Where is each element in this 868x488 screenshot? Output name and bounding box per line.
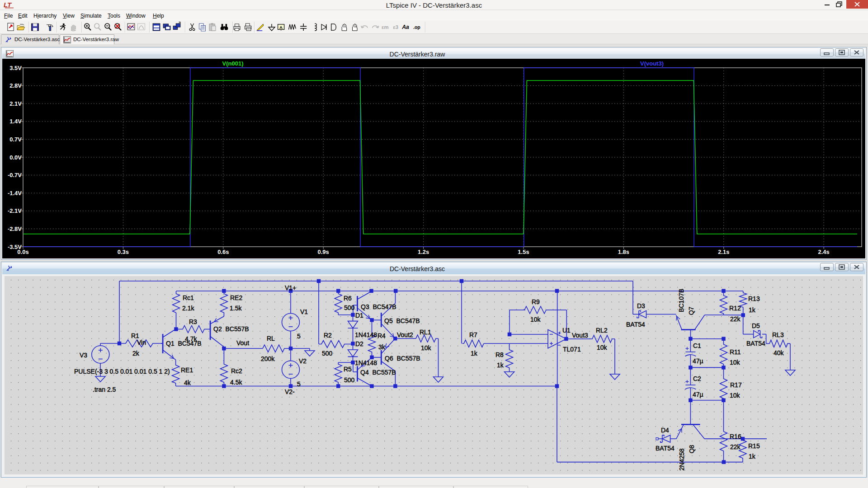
svg-text:V2: V2 bbox=[299, 357, 307, 365]
svg-text:500: 500 bbox=[322, 350, 333, 357]
svg-text:R2: R2 bbox=[324, 332, 332, 339]
svg-text:47µ: 47µ bbox=[693, 391, 703, 398]
svg-text:V3: V3 bbox=[80, 352, 87, 359]
svg-text:1.5k: 1.5k bbox=[230, 305, 242, 312]
svg-text:D4: D4 bbox=[661, 427, 669, 434]
svg-text:RL: RL bbox=[267, 335, 275, 342]
svg-text:2.1s: 2.1s bbox=[718, 249, 729, 255]
svg-text:1N4148: 1N4148 bbox=[355, 359, 377, 366]
svg-text:Q5 BC547B: Q5 BC547B bbox=[384, 317, 420, 324]
svg-text:4.5k: 4.5k bbox=[230, 379, 242, 386]
svg-text:47µ: 47µ bbox=[693, 357, 703, 365]
svg-text:R15: R15 bbox=[748, 442, 760, 450]
svg-text:-2.1V: -2.1V bbox=[8, 207, 22, 214]
svg-text:Q4 BC557B: Q4 BC557B bbox=[360, 369, 396, 376]
svg-text:1.4V: 1.4V bbox=[9, 118, 22, 125]
svg-text:U1: U1 bbox=[562, 327, 571, 334]
svg-text:Q7: Q7 bbox=[688, 306, 695, 315]
svg-text:3.5V: 3.5V bbox=[9, 65, 22, 71]
svg-text:2.8V: 2.8V bbox=[9, 82, 22, 89]
svg-text:R1: R1 bbox=[131, 332, 139, 339]
svg-text:2.1k: 2.1k bbox=[182, 305, 194, 312]
svg-text:R17: R17 bbox=[730, 381, 742, 389]
svg-text:Vin: Vin bbox=[137, 339, 146, 346]
svg-text:RE2: RE2 bbox=[230, 294, 242, 301]
svg-text:10k: 10k bbox=[421, 344, 432, 352]
svg-text:R4: R4 bbox=[377, 332, 386, 339]
svg-text:A: A bbox=[279, 25, 283, 30]
svg-text:3k: 3k bbox=[378, 343, 386, 351]
svg-text:1k: 1k bbox=[749, 453, 756, 460]
svg-text:Q2 BC557B: Q2 BC557B bbox=[213, 325, 249, 333]
svg-text:RE1: RE1 bbox=[181, 366, 193, 374]
svg-text:-1.4V: -1.4V bbox=[8, 190, 22, 197]
svg-text:D5: D5 bbox=[752, 322, 760, 329]
svg-text:C1: C1 bbox=[693, 342, 701, 349]
svg-text:0.3s: 0.3s bbox=[118, 249, 129, 255]
svg-text:PULSE(-3 3 0.5 0.01 0.01 0.5 1: PULSE(-3 3 0.5 0.01 0.01 0.5 1 2) bbox=[74, 368, 170, 375]
svg-text:V1: V1 bbox=[300, 308, 308, 315]
svg-text:0.7V: 0.7V bbox=[9, 136, 22, 143]
svg-text:5: 5 bbox=[297, 333, 301, 340]
svg-text:Q6 BC557B: Q6 BC557B bbox=[385, 355, 420, 362]
svg-text:0.0s: 0.0s bbox=[17, 249, 28, 255]
svg-text:1.5s: 1.5s bbox=[518, 249, 529, 255]
svg-text:10k: 10k bbox=[730, 359, 741, 366]
svg-text:BC107B: BC107B bbox=[678, 289, 685, 312]
svg-text:1N4148: 1N4148 bbox=[355, 331, 377, 338]
svg-text:R16: R16 bbox=[730, 433, 741, 440]
svg-text:0.0V: 0.0V bbox=[9, 154, 22, 161]
svg-text:10k: 10k bbox=[530, 316, 541, 323]
svg-text:500: 500 bbox=[344, 376, 355, 384]
svg-text:Vout: Vout bbox=[236, 339, 249, 347]
svg-text:-0.7V: -0.7V bbox=[8, 172, 22, 178]
svg-text:RL1: RL1 bbox=[420, 328, 431, 336]
svg-text:V1+: V1+ bbox=[285, 284, 296, 291]
svg-text:10k: 10k bbox=[597, 344, 608, 351]
svg-text:Rc1: Rc1 bbox=[183, 294, 194, 301]
svg-text:V(n001): V(n001) bbox=[222, 60, 244, 67]
svg-text:D3: D3 bbox=[637, 302, 645, 310]
svg-text:-2.8V: -2.8V bbox=[8, 225, 22, 232]
svg-text:R3: R3 bbox=[189, 318, 197, 325]
svg-text:2k: 2k bbox=[132, 350, 140, 357]
svg-text:.op: .op bbox=[413, 24, 420, 30]
svg-text:D2: D2 bbox=[355, 340, 363, 347]
svg-text:2.4s: 2.4s bbox=[818, 249, 830, 255]
svg-text:1k: 1k bbox=[497, 361, 504, 369]
svg-text:BAT54: BAT54 bbox=[626, 321, 645, 328]
svg-text:R9: R9 bbox=[532, 298, 540, 305]
svg-text:10k: 10k bbox=[730, 392, 741, 399]
svg-text:RL2: RL2 bbox=[596, 327, 608, 334]
svg-text:Q8: Q8 bbox=[688, 445, 695, 453]
svg-text:R12: R12 bbox=[729, 305, 741, 312]
svg-text:R11: R11 bbox=[730, 348, 741, 356]
svg-text:R13: R13 bbox=[748, 295, 760, 302]
svg-text:22k: 22k bbox=[730, 443, 741, 450]
svg-text:40k: 40k bbox=[774, 349, 784, 357]
svg-text:0.9s: 0.9s bbox=[318, 249, 329, 255]
svg-text:R5: R5 bbox=[344, 366, 352, 373]
svg-text:Vout2: Vout2 bbox=[397, 331, 413, 338]
svg-text:5: 5 bbox=[297, 380, 301, 388]
svg-text:V(vout3): V(vout3) bbox=[640, 60, 664, 67]
svg-text:TL071: TL071 bbox=[563, 346, 581, 353]
svg-text:22k: 22k bbox=[730, 315, 741, 323]
svg-text:R8: R8 bbox=[495, 351, 504, 358]
svg-text:ε3: ε3 bbox=[393, 24, 398, 30]
svg-text:R6: R6 bbox=[344, 295, 352, 302]
svg-text:4k: 4k bbox=[184, 379, 191, 386]
svg-text:1.2s: 1.2s bbox=[418, 249, 429, 255]
svg-text:BAT54: BAT54 bbox=[746, 340, 765, 347]
svg-text:1.8s: 1.8s bbox=[618, 249, 629, 255]
svg-text:1k: 1k bbox=[749, 306, 756, 314]
svg-text:0.6s: 0.6s bbox=[217, 249, 229, 255]
svg-text:500: 500 bbox=[344, 304, 355, 311]
svg-text:V2-: V2- bbox=[285, 388, 295, 395]
svg-text:Q3 BC547B: Q3 BC547B bbox=[361, 303, 396, 310]
svg-text:C2: C2 bbox=[693, 375, 701, 382]
svg-text:Rc2: Rc2 bbox=[231, 367, 242, 375]
svg-text:200k: 200k bbox=[261, 355, 275, 362]
svg-text:2.1V: 2.1V bbox=[9, 100, 22, 107]
svg-text:BAT54: BAT54 bbox=[656, 445, 675, 452]
